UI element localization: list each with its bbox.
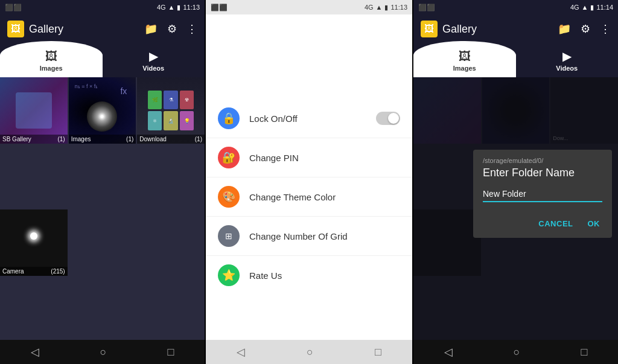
app-icon: 🖼 [7, 21, 24, 37]
videos-tab-icon: ▶ [149, 49, 158, 63]
menu-item-theme[interactable]: 🎨 Change Theme Color [206, 177, 412, 217]
status-icons-right-2: 4G ▲ ▮ 11:13 [365, 4, 407, 11]
menu-item-lock[interactable]: 🔒 Lock On/Off [206, 99, 412, 138]
dialog-overlay: /storage/emulated/0/ Enter Folder Name C… [413, 77, 618, 340]
images-tab-label: Images [40, 65, 63, 72]
nav-bar-3: ◁ ○ □ [413, 340, 618, 364]
new-folder-icon[interactable]: 📁 [144, 22, 158, 36]
videos-tab-label: Videos [142, 65, 164, 72]
tab-images-1[interactable]: 🖼 Images [0, 41, 103, 77]
thumb-sb [0, 77, 68, 144]
back-button-1[interactable]: ◁ [26, 340, 44, 363]
grid-icon: ⊞ [218, 225, 240, 247]
clock-3: 11:14 [596, 4, 613, 11]
grid-item-images[interactable]: fx n₁ = f × f₁ Images (1) [69, 77, 136, 144]
nav-bar-2: ◁ ○ □ [206, 340, 412, 364]
new-folder-icon-3[interactable]: 📁 [558, 22, 571, 36]
status-icons-left-2: ⬛⬛ [211, 4, 228, 11]
grid-label-images: Images (1) [69, 135, 136, 144]
lock-toggle[interactable] [376, 112, 400, 125]
signal-icon-2: ▲ [376, 4, 383, 11]
notification-icons-2: ⬛⬛ [211, 4, 228, 11]
videos-tab-label-3: Videos [556, 65, 578, 72]
dialog-title: Enter Folder Name [473, 167, 612, 187]
rate-icon: ⭐ [218, 264, 240, 286]
images-tab-icon: 🖼 [45, 49, 57, 63]
app-icon-3: 🖼 [421, 21, 438, 37]
theme-label: Change Theme Color [249, 192, 400, 202]
grid-label-camera: Camera (215) [0, 267, 68, 276]
grid-item-download[interactable]: 🌿 ⚗ ☢ ⚛ 🔬 💡 Download (1) [137, 77, 205, 144]
cancel-button[interactable]: CANCEL [534, 217, 578, 231]
battery-icon-3: ▮ [590, 4, 594, 11]
clock-2: 11:13 [390, 4, 407, 11]
nav-bar-1: ◁ ○ □ [0, 340, 205, 364]
app-bar-1: 🖼 Gallery 📁 ⚙ ⋮ [0, 14, 205, 43]
status-icons-left: ⬛⬛ [5, 4, 22, 11]
panel3-dialog: ⬛⬛ 4G ▲ ▮ 11:14 🖼 Gallery 📁 ⚙ ⋮ 🖼 Images [413, 0, 618, 364]
grid-label: Change Number Of Grid [249, 231, 400, 241]
app-title-text: Gallery [29, 23, 63, 36]
menu-content: 🔒 Lock On/Off 🔐 Change PIN 🎨 Change Them… [206, 14, 412, 340]
toolbar-actions: 📁 ⚙ ⋮ [144, 22, 197, 36]
app-title-text-3: Gallery [442, 23, 477, 36]
lock-icon: 🔒 [218, 107, 240, 129]
dialog-path: /storage/emulated/0/ [473, 150, 612, 167]
rate-label: Rate Us [249, 270, 400, 281]
menu-item-grid[interactable]: ⊞ Change Number Of Grid [206, 217, 412, 256]
grid-item-sb-gallery[interactable]: SB Gallery (1) [0, 77, 68, 144]
theme-icon: 🎨 [218, 186, 240, 208]
app-title-3: 🖼 Gallery [421, 21, 558, 37]
dialog-buttons: CANCEL OK [473, 212, 612, 238]
thumb-camera [0, 209, 68, 276]
thumb-download: 🌿 ⚗ ☢ ⚛ 🔬 💡 [137, 77, 205, 144]
network-type-2: 4G [365, 4, 374, 11]
recent-button-1[interactable]: □ [163, 341, 179, 363]
grid-item-camera[interactable]: Camera (215) [0, 209, 68, 276]
recent-button-3[interactable]: □ [576, 341, 593, 363]
network-type: 4G [157, 4, 166, 11]
status-icons-left-3: ⬛⬛ [418, 4, 435, 11]
more-icon-3[interactable]: ⋮ [600, 22, 611, 36]
grid-label-sb: SB Gallery (1) [0, 135, 68, 144]
more-icon[interactable]: ⋮ [186, 22, 197, 36]
videos-tab-icon-3: ▶ [562, 49, 572, 63]
thumb-images: fx n₁ = f × f₁ [69, 77, 136, 144]
status-icons-right-3: 4G ▲ ▮ 11:14 [570, 4, 613, 11]
app-bar-3: 🖼 Gallery 📁 ⚙ ⋮ [413, 14, 618, 43]
pin-label: Change PIN [249, 153, 400, 163]
back-button-3[interactable]: ◁ [439, 340, 457, 363]
notification-icons: ⬛⬛ [5, 4, 22, 11]
star-dot [30, 232, 37, 240]
folder-name-input[interactable] [483, 187, 602, 202]
background-grid: Dow... /storage/emulated/0/ Enter Folder… [413, 77, 618, 340]
battery-icon: ▮ [177, 4, 180, 11]
notification-icons-3: ⬛⬛ [418, 4, 435, 11]
settings-icon[interactable]: ⚙ [167, 22, 177, 36]
settings-icon-3[interactable]: ⚙ [581, 22, 590, 36]
ok-button[interactable]: OK [583, 217, 605, 231]
menu-item-pin[interactable]: 🔐 Change PIN [206, 138, 412, 177]
home-button-1[interactable]: ○ [95, 341, 112, 363]
home-button-3[interactable]: ○ [509, 341, 525, 363]
tabs-1: 🖼 Images ▶ Videos [0, 43, 205, 77]
recent-button-2[interactable]: □ [370, 341, 386, 363]
pin-icon: 🔐 [218, 147, 240, 168]
tab-videos-1[interactable]: ▶ Videos [103, 43, 205, 77]
network-type-3: 4G [570, 4, 579, 11]
battery-icon-2: ▮ [384, 4, 388, 11]
menu-item-rate[interactable]: ⭐ Rate Us [206, 256, 412, 295]
lock-label: Lock On/Off [249, 113, 366, 124]
tabs-3: 🖼 Images ▶ Videos [413, 43, 618, 77]
panel1-gallery: ⬛⬛ 4G ▲ ▮ 11:13 🖼 Gallery 📁 ⚙ ⋮ 🖼 Images [0, 0, 205, 364]
tab-videos-3[interactable]: ▶ Videos [516, 43, 619, 77]
photo-grid-1: SB Gallery (1) fx n₁ = f × f₁ Images (1)… [0, 77, 205, 340]
tab-images-3[interactable]: 🖼 Images [413, 41, 516, 77]
images-tab-label-3: Images [453, 65, 476, 72]
home-button-2[interactable]: ○ [302, 341, 318, 363]
grid-label-download: Download (1) [137, 135, 205, 144]
back-button-2[interactable]: ◁ [232, 340, 250, 363]
app-title: 🖼 Gallery [7, 21, 144, 37]
toolbar-actions-3: 📁 ⚙ ⋮ [558, 22, 611, 36]
images-tab-icon-3: 🖼 [459, 49, 471, 63]
